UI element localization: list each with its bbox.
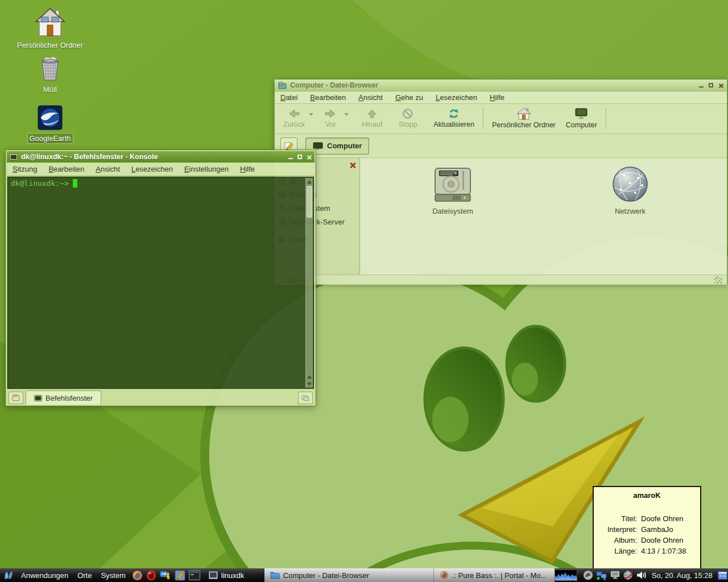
googleearth-icon [37,105,63,131]
up-button[interactable]: Hinauf [358,107,386,130]
task-file-browser[interactable]: Computer - Datei-Browser [264,568,434,582]
osd-row-interpret: Interpret: GambaJo [594,524,700,535]
menu-einstellungen[interactable]: Einstellungen [184,165,229,173]
scroll-down-icon[interactable] [306,380,313,388]
updater-globe-tray-icon[interactable] [623,570,634,580]
menu-ansicht[interactable]: Ansicht [96,165,120,173]
terminal-area[interactable]: dk@linuxdk:~> [7,177,314,389]
konsole-window: dk@linuxdk:~ - Befehlsfenster - Konsole … [6,150,316,406]
task-linuxdk[interactable]: linuxdk [205,568,264,582]
terminal-launcher[interactable] [189,570,200,580]
forward-arrow-icon [324,108,337,119]
desktop-icon-home[interactable]: Persönlicher Ordner [10,7,90,50]
display-tray-icon[interactable] [610,571,620,580]
menu-gehe-zu[interactable]: Gehe zu [395,93,423,102]
scroll-up-icon[interactable] [306,373,313,380]
panel-menu-anwendungen[interactable]: Anwendungen [16,571,73,580]
menu-hilfe[interactable]: Hilfe [240,165,255,173]
content-item-label: Netzwerk [588,207,673,215]
osd-row-album: Album: Doofe Ohren [594,535,700,546]
firefox-launcher[interactable] [132,570,143,581]
network-globe-icon [610,166,650,203]
home-icon [516,107,531,120]
system-monitor-applet[interactable] [555,569,577,581]
terminal-scrollbar[interactable] [305,178,313,388]
scroll-up-icon[interactable] [306,178,313,185]
volume-tray-icon[interactable] [636,571,647,580]
geeko-logo-icon [2,569,15,581]
window-title: Computer - Datei-Browser [290,81,696,89]
amarok-tray-icon[interactable] [583,570,593,580]
menu-lesezeichen[interactable]: Lesezeichen [131,165,173,173]
firefox-icon [132,570,143,581]
desktop-icon-googleearth[interactable]: GoogleEarth [10,105,90,144]
forward-dropdown-icon[interactable] [344,113,349,116]
menu-bearbeiten[interactable]: Bearbeiten [310,93,346,102]
messenger-launcher[interactable] [160,570,171,581]
panel-menu-system[interactable]: System [96,571,130,580]
refresh-icon [448,108,460,119]
session-list-icon [301,395,309,401]
computer-icon [313,142,323,150]
forward-button[interactable]: Vor [317,107,344,130]
tab-befehlsfenster[interactable]: Befehlsfenster [26,390,101,405]
content-item-dateisystem[interactable]: Dateisystem [410,166,495,215]
file-browser-window: Computer - Datei-Browser Datei Bearbeite… [274,79,727,284]
new-session-button[interactable] [9,392,23,404]
network-tray-icon[interactable] [596,571,607,580]
writer-launcher[interactable] [175,570,185,581]
menu-ansicht[interactable]: Ansicht [358,93,383,102]
content-item-netzwerk[interactable]: Netzwerk [588,166,673,215]
minimize-icon[interactable] [699,83,704,88]
close-icon[interactable] [307,155,312,160]
close-icon[interactable] [718,83,723,88]
scrollbar-thumb[interactable] [307,186,312,218]
sidebar-close-button[interactable] [349,162,356,169]
file-browser-toolbar: Zurück Vor Hinauf Stop [275,104,727,134]
desktop-icon-label: GoogleEarth [27,133,73,144]
stop-button[interactable]: Stopp [394,107,421,130]
file-browser-titlebar[interactable]: Computer - Datei-Browser [275,80,727,92]
task-label: Computer - Datei-Browser [283,571,369,580]
desktop-icon-label: Persönlicher Ordner [15,40,85,50]
menu-hilfe[interactable]: Hilfe [490,93,504,102]
location-computer-label: Computer [327,142,362,150]
konsole-menubar: Sitzung Bearbeiten Ansicht Lesezeichen E… [7,163,315,176]
home-button[interactable]: Persönlicher Ordner [488,106,560,130]
konsole-titlebar[interactable]: dk@linuxdk:~ - Befehlsfenster - Konsole [7,151,315,163]
back-dropdown-icon[interactable] [309,113,313,116]
media-player-launcher[interactable] [146,570,156,581]
panel-menu-orte[interactable]: Orte [73,571,96,580]
computer-button[interactable]: Computer [562,106,601,130]
task-firefox-pure-bass[interactable]: .: Pure Bass :. | Portal - Mo... [434,568,555,582]
folder-icon [270,571,280,579]
menu-sitzung[interactable]: Sitzung [13,165,37,173]
session-list-button[interactable] [298,392,313,404]
home-icon [35,7,65,38]
stop-icon [402,108,413,119]
maximize-icon[interactable] [709,83,713,88]
menu-datei[interactable]: Datei [280,93,297,102]
resize-grip[interactable] [714,276,722,284]
maximize-icon[interactable] [297,155,302,159]
task-label: linuxdk [221,571,244,580]
menu-bearbeiten[interactable]: Bearbeiten [48,165,84,173]
terminal-prompt: dk@linuxdk:~> [11,179,69,188]
window-selector-applet[interactable] [718,571,727,580]
pen-icon [175,570,185,581]
computer-icon [574,107,589,120]
terminal-cursor [73,179,77,188]
minimize-icon[interactable] [288,155,293,159]
menu-lesezeichen[interactable]: Lesezeichen [436,93,477,102]
clock[interactable]: So, 20. Aug, 15:28 [652,571,713,580]
distro-menu-button[interactable] [2,569,15,581]
red-orb-icon [146,570,156,581]
system-tray [583,570,647,580]
close-icon [349,162,356,169]
back-button[interactable]: Zurück [279,107,309,130]
file-browser-content: Dateisystem [360,158,727,275]
refresh-button[interactable]: Aktualisieren [429,107,478,130]
chat-icon [160,570,171,581]
desktop-icon-trash[interactable]: Müll [10,55,90,94]
window-list-icon [718,571,727,580]
